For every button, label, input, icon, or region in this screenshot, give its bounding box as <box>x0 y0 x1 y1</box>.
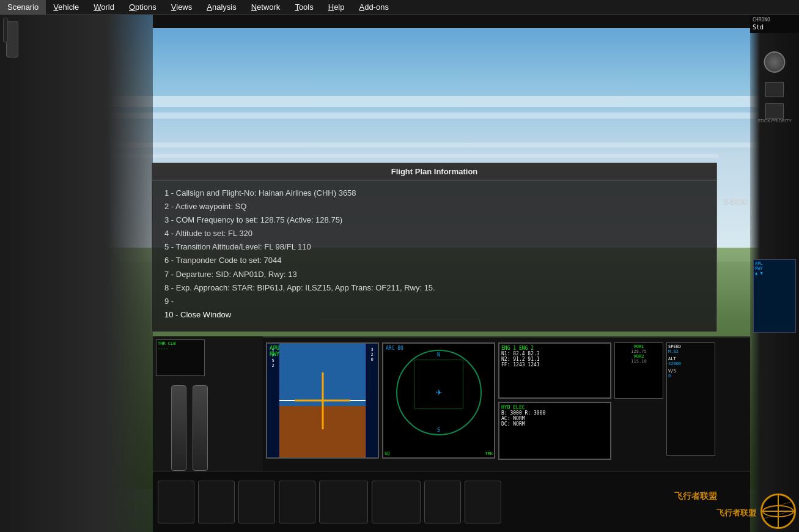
left-panel-switch <box>3 18 8 42</box>
throttle-lever-1[interactable] <box>171 385 186 471</box>
flightplan-item-5: 5 - Transition Altitude/Level: FL 98/FL … <box>164 240 704 254</box>
pfd-speed-tape: 1752 <box>267 344 279 457</box>
menu-help[interactable]: Help <box>321 0 352 15</box>
left-pillar <box>0 15 153 532</box>
bottom-control-2[interactable] <box>198 481 235 523</box>
right-panel-button-2[interactable] <box>765 103 784 119</box>
right-pillar: CHRONO Std STICK PRIORITY APL RWY ▲ ▼ <box>750 15 799 532</box>
logo-brand-text: 飞行者联盟 <box>674 491 717 502</box>
pfd-label: APURWY <box>270 345 279 357</box>
menu-vehicle[interactable]: Vehicle <box>46 0 86 15</box>
pfd: 1752 320 APURWY <box>266 342 379 459</box>
menu-tools[interactable]: Tools <box>287 0 320 15</box>
instrument-bottom-row <box>153 471 750 532</box>
menu-analysis[interactable]: Analysis <box>199 0 243 15</box>
nd-compass: N S ✈ <box>396 350 482 435</box>
bottom-control-4[interactable] <box>279 481 315 523</box>
right-panel-button-1[interactable] <box>765 82 784 97</box>
china-flier-logo: 飞行者联盟 <box>757 493 796 529</box>
nd-label: ARC 80 <box>386 345 403 351</box>
bottom-control-8[interactable] <box>465 481 501 523</box>
flightplan-item-10[interactable]: 10 - Close Window <box>164 308 704 322</box>
ecam-lower: HYD ELEC B: 3000 R: 3000 AC: NORM DC: NO… <box>498 402 611 460</box>
nd: N S ✈ ARC 80 SQ TRK <box>382 342 495 459</box>
aircraft-registration: B-6830 <box>723 198 747 207</box>
simulator-view: CHRONO Std STICK PRIORITY APL RWY ▲ ▼ B-… <box>0 15 799 532</box>
flightplan-overlay: Flight Plan Information 1 - Callsign and… <box>152 163 717 332</box>
flightplan-title: Flight Plan Information <box>152 163 716 180</box>
pfd-alt-tape: 320 <box>366 344 378 457</box>
bottom-control-3[interactable] <box>238 481 275 523</box>
bottom-control-1[interactable] <box>158 481 194 523</box>
menu-scenario[interactable]: Scenario <box>0 0 46 15</box>
logo-globe-icon <box>760 493 796 529</box>
dash-top-strip <box>153 15 750 28</box>
right-panel-knob-1[interactable] <box>764 51 786 73</box>
menu-addons[interactable]: Add-ons <box>352 0 396 15</box>
bottom-control-7[interactable] <box>424 481 461 523</box>
pfd-container: 1752 320 APURWY <box>266 342 379 459</box>
right-lcd: APL RWY ▲ ▼ <box>753 259 796 333</box>
flightplan-item-4: 4 - Altitude to set: FL 320 <box>164 227 704 240</box>
ecam-upper: ENG 1 ENG 2 N1: 82.4 82.3 N2: 91.2 91.1 … <box>498 342 611 399</box>
nd-container: N S ✈ ARC 80 SQ TRK <box>382 342 495 459</box>
small-lcd-left: THR CLB ---- <box>156 339 205 376</box>
menu-options[interactable]: Options <box>122 0 164 15</box>
menu-world[interactable]: World <box>86 0 122 15</box>
flightplan-item-8: 8 - Exp. Approach: STAR: BIP61J, App: IL… <box>164 281 704 295</box>
throttle-lever-2[interactable] <box>193 385 208 471</box>
left-panel-control <box>6 21 18 57</box>
misc-instr-1: VOR1 128.75 VOR2 115.10 <box>614 342 663 399</box>
menu-network[interactable]: Network <box>244 0 288 15</box>
misc-instr-2: SPEED M.82 ALT 32000 V/S 0 <box>666 342 715 456</box>
chrono-display: CHRONO Std <box>750 15 799 33</box>
menu-views[interactable]: Views <box>164 0 199 15</box>
flightplan-item-2: 2 - Active waypoint: SQ <box>164 200 704 213</box>
flightplan-item-7: 7 - Departure: SID: ANP01D, Rwy: 13 <box>164 268 704 281</box>
flightplan-item-3: 3 - COM Frequency to set: 128.75 (Active… <box>164 213 704 227</box>
pfd-crosshair-v <box>322 372 323 429</box>
menu-bar: Scenario Vehicle World Options Views Ana… <box>0 0 799 15</box>
flightplan-item-9: 9 - <box>164 295 704 308</box>
bottom-control-6[interactable] <box>372 481 421 523</box>
stick-priority-label: STICK PRIORITY <box>751 119 798 123</box>
bottom-control-5[interactable] <box>319 481 368 523</box>
instrument-panel: THR CLB ---- 1752 <box>153 336 750 532</box>
flightplan-item-6: 6 - Tranponder Code to set: 7044 <box>164 254 704 267</box>
logo-flier-text: 飞行者联盟 <box>716 508 756 519</box>
flightplan-content: 1 - Callsign and Flight-No: Hainan Airli… <box>152 180 716 331</box>
flightplan-item-1: 1 - Callsign and Flight-No: Hainan Airli… <box>164 187 704 200</box>
